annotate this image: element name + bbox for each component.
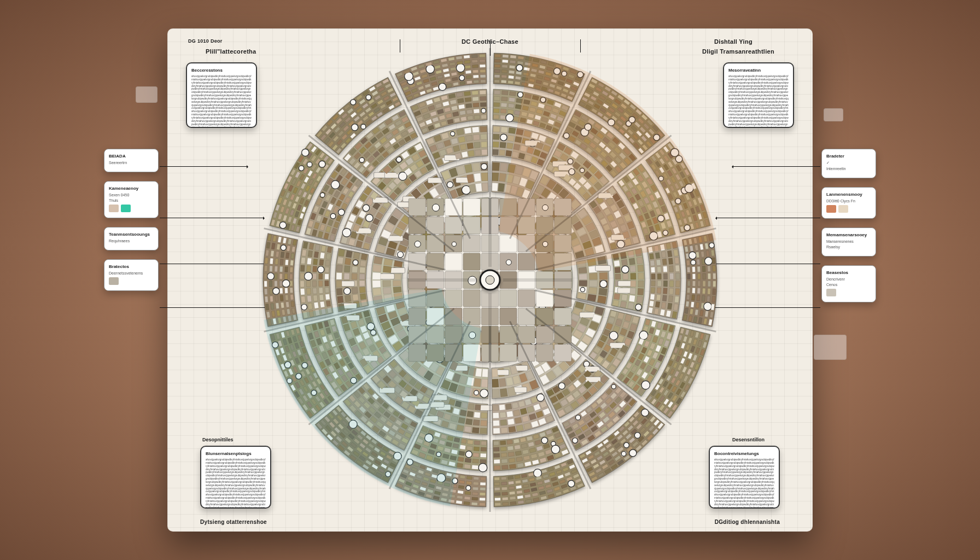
- svg-point-148: [319, 161, 325, 167]
- radial-city-diagram: [255, 45, 725, 515]
- side-card: TeanmsentsooungsRequhraees: [104, 227, 159, 250]
- card-sub: Dencrivenr: [826, 277, 871, 281]
- svg-rect-213: [463, 290, 480, 307]
- svg-point-170: [481, 108, 486, 113]
- svg-rect-38: [596, 266, 611, 271]
- svg-point-174: [439, 83, 446, 91]
- svg-rect-203: [445, 290, 462, 307]
- svg-point-129: [273, 288, 279, 294]
- svg-point-58: [584, 361, 590, 367]
- svg-rect-254: [536, 308, 553, 325]
- svg-point-45: [709, 243, 714, 248]
- svg-rect-121: [390, 267, 405, 273]
- panel-body: ahovcjqxelszgnubipwdkryfmtahovcjqxelszgn…: [728, 75, 789, 128]
- svg-point-175: [459, 75, 465, 81]
- svg-point-70: [621, 451, 626, 456]
- side-column-right: Bradeter✓IntemreettnLanmenensmooyDD3Itt0…: [821, 149, 876, 302]
- card-sub: DD3Itt0 Clycs Fn: [826, 199, 871, 203]
- svg-point-78: [568, 480, 575, 487]
- svg-point-164: [447, 182, 453, 188]
- svg-point-123: [344, 288, 351, 294]
- svg-point-169: [451, 132, 455, 136]
- svg-rect-209: [463, 235, 480, 252]
- svg-rect-229: [500, 235, 517, 252]
- svg-point-89: [465, 451, 472, 458]
- side-card: BeasestosDencrivenrCenos: [821, 265, 876, 302]
- svg-point-67: [634, 433, 640, 439]
- svg-point-47: [691, 260, 696, 265]
- card-swatches: [109, 277, 154, 285]
- svg-rect-177: [409, 199, 425, 215]
- svg-point-41: [622, 266, 629, 273]
- svg-point-5: [518, 92, 523, 97]
- panel-title: Mesorraveatinn: [728, 68, 789, 73]
- side-column-left: BEIADASeereertrnKameneaenoySexen 0450Thu…: [104, 149, 159, 291]
- svg-point-159: [359, 158, 364, 162]
- svg-point-88: [479, 463, 487, 472]
- card-sub: Deernetssvetenems: [109, 271, 154, 275]
- ghost-chip: [814, 335, 847, 360]
- svg-point-130: [282, 280, 289, 287]
- svg-point-46: [689, 252, 696, 259]
- svg-point-81: [474, 390, 479, 395]
- title-top-center: DC Geothic–Chase: [462, 38, 518, 45]
- title-bottom-left: Dytsieng otatterrenshoe: [200, 519, 267, 525]
- svg-rect-210: [463, 253, 480, 270]
- svg-point-65: [573, 438, 578, 444]
- ghost-chip: [824, 108, 843, 121]
- card-sub: Sexen 0450: [109, 193, 154, 197]
- svg-point-145: [279, 222, 286, 229]
- svg-point-146: [299, 166, 304, 171]
- svg-point-126: [301, 304, 307, 310]
- svg-point-44: [635, 304, 641, 310]
- svg-point-163: [366, 95, 371, 100]
- svg-rect-263: [555, 308, 571, 325]
- svg-rect-52: [580, 312, 595, 318]
- svg-point-7: [516, 65, 523, 71]
- svg-point-48: [705, 257, 713, 265]
- svg-point-143: [320, 192, 325, 197]
- side-card: KameneaenoySexen 0450Thuls: [104, 181, 159, 218]
- card-swatches: [826, 289, 871, 296]
- svg-point-132: [281, 245, 286, 250]
- card-title: Beasestos: [826, 270, 871, 275]
- panel-top-right: Mesorraveatinn ahovcjqxelszgnubipwdkryfm…: [723, 62, 794, 128]
- side-card: BratectosDeernetssvetenems: [104, 259, 159, 291]
- card-swatches: [109, 205, 154, 212]
- svg-point-125: [353, 260, 358, 265]
- side-card: LanmenensmooyDD3Itt0 Clycs Fn: [821, 187, 876, 219]
- svg-point-149: [302, 149, 309, 156]
- svg-point-62: [558, 383, 565, 389]
- panel-subtitle: Desensntillon: [732, 437, 765, 442]
- svg-rect-244: [518, 326, 535, 343]
- panel-top-left: Becceresstons ahovcjqxelszgnubipwdkryfmt…: [186, 62, 257, 128]
- card-swatches: [826, 205, 871, 213]
- side-card: Bradeter✓Intemreettn: [821, 149, 876, 178]
- svg-rect-190: [427, 235, 444, 252]
- svg-point-162: [351, 100, 356, 105]
- card-title: Memamsenarsooey: [826, 232, 871, 237]
- svg-rect-268: [408, 278, 477, 282]
- card-title: Bradeter: [826, 154, 871, 159]
- card-check: ✓: [826, 161, 871, 165]
- svg-point-79: [534, 469, 542, 477]
- svg-rect-178: [409, 217, 425, 234]
- svg-point-267: [486, 276, 494, 284]
- svg-point-147: [307, 162, 312, 167]
- panel-subtitle: Desopnittiles: [202, 437, 234, 442]
- svg-point-142: [339, 209, 345, 215]
- svg-point-56: [641, 381, 650, 389]
- card-sub: Requhraees: [109, 239, 154, 243]
- svg-rect-269: [503, 278, 572, 282]
- svg-point-160: [352, 124, 358, 131]
- svg-point-188: [432, 204, 439, 211]
- card-title: Bratectos: [109, 264, 154, 269]
- svg-rect-197: [445, 199, 462, 215]
- svg-rect-214: [463, 308, 480, 325]
- card-title: Teanmsentsooungs: [109, 232, 154, 237]
- svg-rect-236: [500, 345, 517, 361]
- card-sub: Seereertrn: [109, 161, 154, 165]
- svg-point-139: [363, 205, 369, 211]
- svg-point-69: [629, 450, 637, 457]
- svg-rect-234: [500, 308, 517, 325]
